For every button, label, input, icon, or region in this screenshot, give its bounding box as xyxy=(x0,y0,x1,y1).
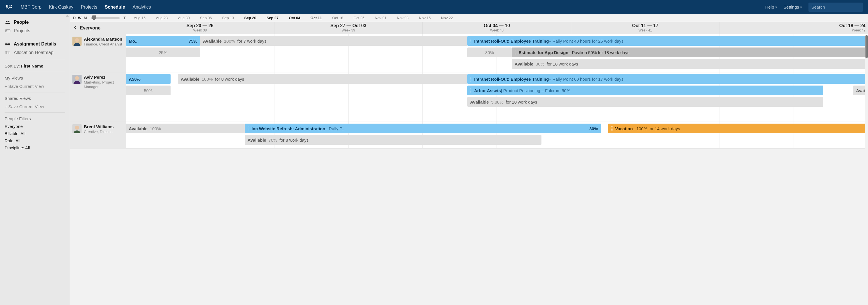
nav-settings[interactable]: Settings xyxy=(783,5,802,9)
filter-discipline[interactable]: Discipline: All xyxy=(0,144,70,151)
drag-handle-icon[interactable] xyxy=(515,50,516,55)
bar-title: Available xyxy=(181,77,199,82)
mini-date[interactable]: Nov 15 xyxy=(419,16,431,20)
bar-percent: 75% xyxy=(186,39,197,43)
svg-point-0 xyxy=(6,5,8,7)
bar-subtitle: for 7 work days xyxy=(237,39,267,43)
mini-date[interactable]: Oct 04 xyxy=(289,16,300,20)
availability-bar[interactable]: Available 30% for 18 work days xyxy=(512,59,868,69)
mini-date[interactable]: Aug 30 xyxy=(178,16,190,20)
mini-date[interactable]: Oct 25 xyxy=(353,16,364,20)
person-row: Brent Williams Creative, Director Availa… xyxy=(70,122,868,149)
svg-rect-11 xyxy=(5,51,7,54)
mini-date[interactable]: Nov 08 xyxy=(397,16,409,20)
person-cell[interactable]: Alexandra Mattson Finance, Credit Analys… xyxy=(70,34,126,72)
sidebar-item-projects[interactable]: Projects xyxy=(0,27,70,35)
zoom-toggle: D W M T xyxy=(70,16,128,20)
drag-handle-icon[interactable] xyxy=(470,77,472,82)
mini-date[interactable]: Aug 23 xyxy=(156,16,168,20)
drag-handle-icon[interactable] xyxy=(248,126,249,131)
bar-percent: 70% xyxy=(267,138,278,143)
availability-bar[interactable]: 50% xyxy=(126,86,170,95)
bar-percent: 100% xyxy=(223,39,237,43)
filter-billable[interactable]: Billable: All xyxy=(0,130,70,137)
mini-date[interactable]: Nov 01 xyxy=(375,16,386,20)
save-current-view-button[interactable]: + Save Current View xyxy=(0,82,70,90)
save-current-view-button-2[interactable]: + Save Current View xyxy=(0,102,70,111)
sidebar-item-people[interactable]: People xyxy=(0,18,70,27)
assignment-bar[interactable]: Inc Website Refresh: Administration – Ra… xyxy=(245,124,601,133)
mini-date[interactable]: Sep 27 xyxy=(267,16,278,20)
zoom-slider-handle[interactable] xyxy=(92,16,96,21)
nav-projects[interactable]: Projects xyxy=(81,5,97,10)
filter-everyone[interactable]: Everyone xyxy=(0,123,70,130)
drag-handle-icon[interactable] xyxy=(470,38,472,43)
person-cell[interactable]: Aviv Perez Marketing, Project Manager xyxy=(70,72,126,122)
drag-handle-icon[interactable] xyxy=(470,88,472,93)
availability-bar[interactable]: Available 70% for 8 work days xyxy=(245,135,541,145)
app-logo-icon[interactable] xyxy=(5,4,12,10)
vertical-scrollbar[interactable] xyxy=(865,35,868,305)
search-input[interactable] xyxy=(808,3,863,12)
sidebar-collapse-icon[interactable] xyxy=(66,14,69,17)
mini-timeline: D W M T Aug 16Aug 23Aug 30Sep 06Sep 13Se… xyxy=(70,14,868,22)
people-scope-title[interactable]: Everyone xyxy=(80,26,100,31)
mini-date[interactable]: Oct 11 xyxy=(311,16,322,20)
sort-by[interactable]: Sort By: First Name xyxy=(0,62,70,70)
schedule-rows: Alexandra Mattson Finance, Credit Analys… xyxy=(70,34,868,305)
bar-percent: 100% xyxy=(200,77,214,82)
assignment-bar[interactable]: Mo...75% xyxy=(126,36,200,46)
svg-rect-6 xyxy=(6,30,7,31)
person-name: Alexandra Mattson xyxy=(84,37,122,41)
availability-bar[interactable]: Available 5.88% for 10 work days xyxy=(467,97,824,107)
mini-date[interactable]: Sep 06 xyxy=(200,16,212,20)
nav-analytics[interactable]: Analytics xyxy=(132,5,151,10)
filter-role[interactable]: Role: All xyxy=(0,137,70,144)
person-cell[interactable]: Brent Williams Creative, Director xyxy=(70,122,126,148)
week-header[interactable]: Oct 18 — 24Week 42 xyxy=(719,22,868,34)
bar-subtitle: for 8 work days xyxy=(280,138,309,143)
zoom-slider[interactable] xyxy=(91,17,120,19)
nav-org[interactable]: MBF Corp xyxy=(21,5,41,10)
availability-bar[interactable]: 80% xyxy=(467,48,512,57)
zoom-week[interactable]: W xyxy=(78,16,81,20)
assignment-bar[interactable]: Intranet Roll-Out: Employee Training – R… xyxy=(467,36,868,46)
mini-date[interactable]: Aug 16 xyxy=(134,16,145,20)
availability-bar[interactable]: Available 100% for 8 work days xyxy=(178,74,467,84)
scrollbar-thumb[interactable] xyxy=(865,35,868,58)
assignment-bar[interactable]: Estimate for App Design – Pavilion 50% f… xyxy=(512,48,868,57)
bar-subtitle: – Rally Point 40 hours for 25 work days xyxy=(549,39,624,43)
lane-area: Available 100% Inc Website Refresh: Admi… xyxy=(126,122,868,148)
mini-date[interactable]: Sep 13 xyxy=(222,16,234,20)
sidebar-item-label: People xyxy=(14,20,29,25)
availability-bar[interactable]: Available 100% xyxy=(126,124,245,133)
zoom-today[interactable]: T xyxy=(124,16,126,20)
week-header[interactable]: Sep 20 — 26Week 38 xyxy=(126,22,275,34)
week-header[interactable]: Oct 11 — 17Week 41 xyxy=(571,22,720,34)
week-header[interactable]: Oct 04 — 10Week 40 xyxy=(423,22,571,34)
mini-date[interactable]: Sep 20 xyxy=(244,16,256,20)
availability-bar[interactable]: Available 100% for 7 work days xyxy=(200,36,467,46)
people-icon xyxy=(5,20,11,24)
mini-date[interactable]: Oct 18 xyxy=(332,16,343,20)
zoom-day[interactable]: D xyxy=(73,16,75,20)
bar-title: Available xyxy=(129,126,147,131)
sidebar-item-allocation-heatmap[interactable]: Allocation Heatmap xyxy=(0,48,70,57)
assignment-bar[interactable]: Vacation – 100% for 14 work days xyxy=(608,124,868,133)
assignment-bar[interactable]: Intranet Roll-Out: Employee Training – R… xyxy=(467,74,868,84)
zoom-month[interactable]: M xyxy=(84,16,87,20)
drag-handle-icon[interactable] xyxy=(611,126,613,131)
mini-date[interactable]: Nov 22 xyxy=(441,16,453,20)
sidebar-item-assignment-details[interactable]: Assignment Details xyxy=(0,40,70,48)
nav-user[interactable]: Kirk Caskey xyxy=(49,5,73,10)
assignment-bar[interactable]: Arbor Assets | Product Positioning – Ful… xyxy=(467,86,824,95)
assignment-bar[interactable]: A50% xyxy=(126,74,170,84)
availability-bar[interactable]: 25% xyxy=(126,48,200,57)
nav-schedule[interactable]: Schedule xyxy=(105,5,125,10)
svg-point-4 xyxy=(8,21,9,22)
week-header[interactable]: Sep 27 — Oct 03Week 39 xyxy=(275,22,423,34)
lane: Available 30% for 18 work days xyxy=(126,59,868,69)
bar-percent: 80% xyxy=(485,50,494,55)
nav-help[interactable]: Help xyxy=(765,5,777,9)
back-chevron-icon[interactable] xyxy=(73,25,77,31)
